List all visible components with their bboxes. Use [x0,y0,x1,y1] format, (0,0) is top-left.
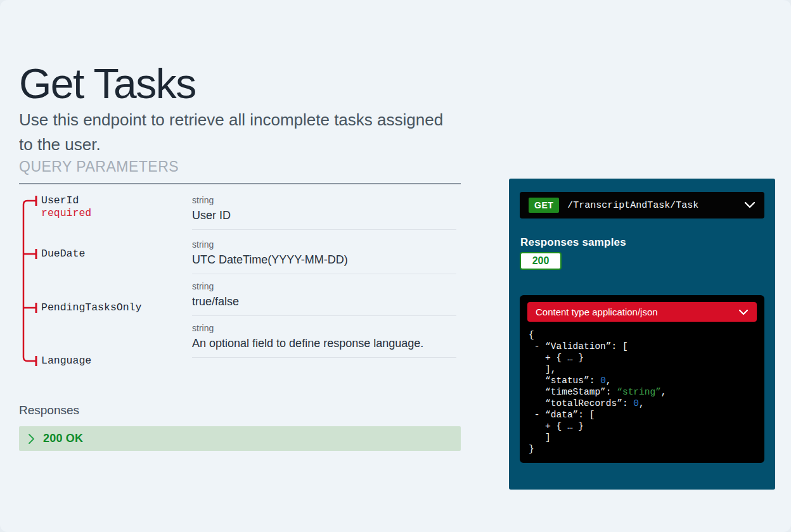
code-panel: GET /TranscriptAndTask/Task Responses sa… [509,179,775,490]
parameter-name-label: UserId [41,194,79,206]
responses-samples-heading: Responses samples [520,236,626,249]
parameter-name-label: DueDate [41,248,85,260]
parameter-description: User ID [192,208,456,223]
parameter-details: string An optional field to define respo… [192,323,456,358]
http-method-badge: GET [529,198,559,213]
parameter-name: PendingTasksOnly [41,301,141,314]
parameter-name-label: Language [41,355,91,367]
api-doc-page: Get Tasks Use this endpoint to retrieve … [0,0,791,532]
parameter-name: UserId required [41,194,91,220]
page-title: Get Tasks [19,60,196,108]
status-200-tab[interactable]: 200 [520,252,562,270]
endpoint-selector[interactable]: GET /TranscriptAndTask/Task [520,192,764,218]
responses-heading: Responses [19,403,79,417]
parameter-name-label: PendingTasksOnly [41,301,141,314]
parameter-description: true/false [192,294,456,309]
query-parameters-heading: QUERY PARAMETERS [19,158,461,184]
chevron-down-icon [738,307,749,318]
parameter-type: string [192,323,456,333]
code-sample-card: Content type application/json { - “Valid… [520,295,764,463]
parameter-name: Language [41,355,91,367]
content-type-dropdown[interactable]: Content type application/json [527,302,757,322]
parameter-type: string [192,195,456,205]
content-type-label: Content type application/json [536,307,738,317]
parameter-tree-connector [19,190,41,374]
endpoint-description: Use this endpoint to retrieve all incomp… [19,108,450,157]
chevron-down-icon [744,200,756,211]
parameter-description: UTC DateTime(YYYY-MM-DD) [192,252,456,267]
endpoint-path: /TranscriptAndTask/Task [567,200,744,211]
parameter-details: string true/false [192,281,456,316]
parameter-details: string User ID [192,195,456,230]
response-200-row[interactable]: 200 OK [19,426,461,451]
parameter-type: string [192,281,456,291]
parameter-type: string [192,239,456,250]
parameter-name: DueDate [41,248,85,260]
required-badge: required [41,207,91,220]
query-parameters-list: UserId required DueDate PendingTasksOnly… [19,190,463,380]
response-status-label: 200 OK [43,432,83,445]
chevron-right-icon [28,433,35,445]
json-code-block: { - “Validation”: [ + { … } ], “status”:… [529,329,757,455]
parameter-details: string UTC DateTime(YYYY-MM-DD) [192,239,456,274]
parameter-description: An optional field to define response lan… [192,336,456,351]
